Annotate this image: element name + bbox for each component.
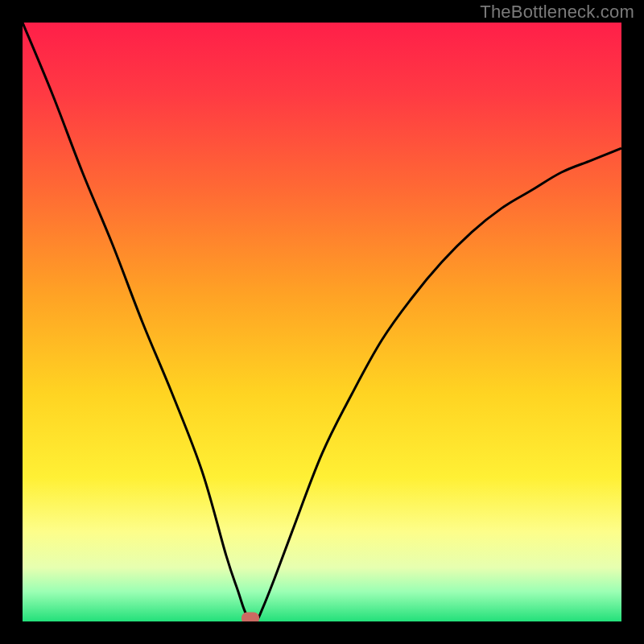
gradient-background: [23, 23, 621, 621]
chart-frame: TheBottleneck.com: [0, 0, 644, 644]
chart-svg: [23, 23, 621, 621]
watermark-text: TheBottleneck.com: [480, 2, 634, 23]
optimum-marker: [242, 613, 259, 622]
plot-area: [23, 23, 621, 621]
